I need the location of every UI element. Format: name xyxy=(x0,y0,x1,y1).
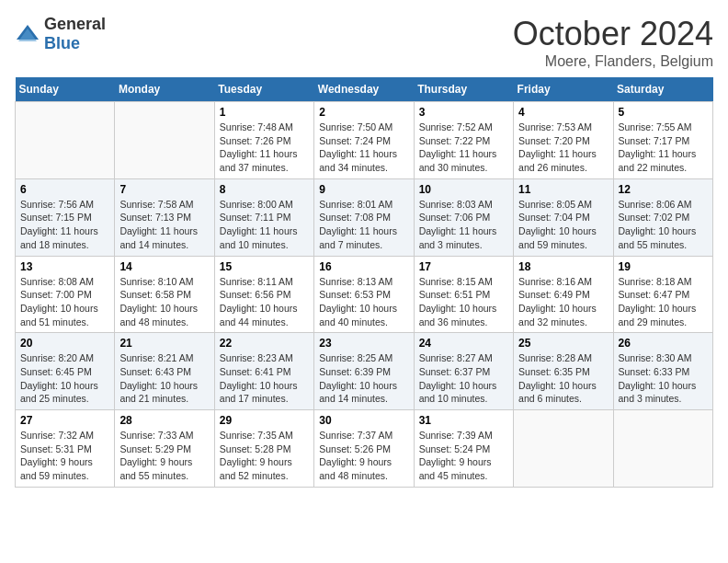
day-number: 11 xyxy=(518,183,608,196)
calendar-cell xyxy=(16,102,115,179)
day-number: 3 xyxy=(419,106,508,119)
calendar-cell: 9Sunrise: 8:01 AM Sunset: 7:08 PM Daylig… xyxy=(314,178,414,256)
day-number: 21 xyxy=(119,337,209,350)
weekday-header: Sunday xyxy=(16,77,115,102)
day-content: Sunrise: 8:11 AM Sunset: 6:56 PM Dayligh… xyxy=(220,275,309,329)
calendar-cell: 20Sunrise: 8:20 AM Sunset: 6:45 PM Dayli… xyxy=(16,333,115,410)
day-number: 8 xyxy=(220,183,309,196)
day-number: 20 xyxy=(20,337,109,350)
calendar-cell xyxy=(514,410,613,488)
calendar-cell xyxy=(613,410,712,488)
logo: General Blue xyxy=(15,15,106,53)
day-content: Sunrise: 7:35 AM Sunset: 5:28 PM Dayligh… xyxy=(220,429,309,483)
day-content: Sunrise: 8:15 AM Sunset: 6:51 PM Dayligh… xyxy=(419,275,508,329)
logo-text: General Blue xyxy=(44,15,106,53)
day-number: 5 xyxy=(619,106,708,119)
calendar-cell: 23Sunrise: 8:25 AM Sunset: 6:39 PM Dayli… xyxy=(314,333,414,410)
day-content: Sunrise: 8:01 AM Sunset: 7:08 PM Dayligh… xyxy=(319,198,408,252)
calendar-cell xyxy=(115,102,214,179)
day-number: 30 xyxy=(319,414,408,427)
calendar-cell: 4Sunrise: 7:53 AM Sunset: 7:20 PM Daylig… xyxy=(514,102,613,179)
calendar-cell: 21Sunrise: 8:21 AM Sunset: 6:43 PM Dayli… xyxy=(115,333,214,410)
day-content: Sunrise: 8:08 AM Sunset: 7:00 PM Dayligh… xyxy=(20,275,109,329)
day-number: 29 xyxy=(220,414,309,427)
day-number: 12 xyxy=(619,183,708,196)
day-number: 1 xyxy=(220,106,309,119)
calendar-cell: 8Sunrise: 8:00 AM Sunset: 7:11 PM Daylig… xyxy=(214,178,313,256)
day-number: 14 xyxy=(119,260,209,273)
calendar-cell: 14Sunrise: 8:10 AM Sunset: 6:58 PM Dayli… xyxy=(115,256,214,333)
day-number: 22 xyxy=(220,337,309,350)
day-content: Sunrise: 7:32 AM Sunset: 5:31 PM Dayligh… xyxy=(20,429,109,483)
day-content: Sunrise: 8:23 AM Sunset: 6:41 PM Dayligh… xyxy=(220,351,309,406)
calendar-cell: 31Sunrise: 7:39 AM Sunset: 5:24 PM Dayli… xyxy=(414,410,513,488)
day-number: 17 xyxy=(419,260,508,273)
day-content: Sunrise: 8:30 AM Sunset: 6:33 PM Dayligh… xyxy=(619,351,708,406)
calendar-cell: 6Sunrise: 7:56 AM Sunset: 7:15 PM Daylig… xyxy=(16,178,115,256)
month-title: October 2024 xyxy=(513,15,713,53)
day-number: 23 xyxy=(319,337,408,350)
day-content: Sunrise: 7:37 AM Sunset: 5:26 PM Dayligh… xyxy=(319,429,408,483)
weekday-header: Saturday xyxy=(613,77,712,102)
day-number: 19 xyxy=(619,260,708,273)
calendar-cell: 24Sunrise: 8:27 AM Sunset: 6:37 PM Dayli… xyxy=(414,333,513,410)
day-content: Sunrise: 7:39 AM Sunset: 5:24 PM Dayligh… xyxy=(419,429,508,483)
day-number: 7 xyxy=(119,183,209,196)
calendar-cell: 22Sunrise: 8:23 AM Sunset: 6:41 PM Dayli… xyxy=(214,333,313,410)
day-content: Sunrise: 7:52 AM Sunset: 7:22 PM Dayligh… xyxy=(419,121,508,175)
day-number: 27 xyxy=(20,414,109,427)
calendar-cell: 3Sunrise: 7:52 AM Sunset: 7:22 PM Daylig… xyxy=(414,102,513,179)
day-content: Sunrise: 8:06 AM Sunset: 7:02 PM Dayligh… xyxy=(619,198,708,252)
day-number: 16 xyxy=(319,260,408,273)
calendar-cell: 26Sunrise: 8:30 AM Sunset: 6:33 PM Dayli… xyxy=(613,333,712,410)
logo-general: General xyxy=(44,15,106,33)
calendar-cell: 12Sunrise: 8:06 AM Sunset: 7:02 PM Dayli… xyxy=(613,178,712,256)
day-number: 6 xyxy=(20,183,109,196)
day-content: Sunrise: 7:55 AM Sunset: 7:17 PM Dayligh… xyxy=(619,121,708,175)
calendar-table: SundayMondayTuesdayWednesdayThursdayFrid… xyxy=(15,77,713,488)
day-number: 9 xyxy=(319,183,408,196)
calendar-week-row: 13Sunrise: 8:08 AM Sunset: 7:00 PM Dayli… xyxy=(16,256,713,333)
calendar-cell: 11Sunrise: 8:05 AM Sunset: 7:04 PM Dayli… xyxy=(514,178,613,256)
calendar-cell: 18Sunrise: 8:16 AM Sunset: 6:49 PM Dayli… xyxy=(514,256,613,333)
day-content: Sunrise: 8:18 AM Sunset: 6:47 PM Dayligh… xyxy=(619,275,708,329)
calendar-week-row: 27Sunrise: 7:32 AM Sunset: 5:31 PM Dayli… xyxy=(16,410,713,488)
day-number: 31 xyxy=(419,414,508,427)
weekday-header: Friday xyxy=(514,77,613,102)
calendar-cell: 16Sunrise: 8:13 AM Sunset: 6:53 PM Dayli… xyxy=(314,256,414,333)
calendar-cell: 30Sunrise: 7:37 AM Sunset: 5:26 PM Dayli… xyxy=(314,410,414,488)
day-content: Sunrise: 7:53 AM Sunset: 7:20 PM Dayligh… xyxy=(518,121,608,175)
day-number: 26 xyxy=(619,337,708,350)
day-number: 18 xyxy=(518,260,608,273)
day-content: Sunrise: 7:48 AM Sunset: 7:26 PM Dayligh… xyxy=(220,121,309,175)
day-content: Sunrise: 8:20 AM Sunset: 6:45 PM Dayligh… xyxy=(20,351,109,406)
page-header: General Blue October 2024 Moere, Flander… xyxy=(15,15,713,70)
day-content: Sunrise: 8:28 AM Sunset: 6:35 PM Dayligh… xyxy=(518,351,608,406)
calendar-cell: 10Sunrise: 8:03 AM Sunset: 7:06 PM Dayli… xyxy=(414,178,513,256)
day-number: 2 xyxy=(319,106,408,119)
day-number: 4 xyxy=(518,106,608,119)
day-number: 28 xyxy=(119,414,209,427)
day-content: Sunrise: 7:33 AM Sunset: 5:29 PM Dayligh… xyxy=(119,429,209,483)
day-content: Sunrise: 8:13 AM Sunset: 6:53 PM Dayligh… xyxy=(319,275,408,329)
calendar-week-row: 1Sunrise: 7:48 AM Sunset: 7:26 PM Daylig… xyxy=(16,102,713,179)
day-number: 13 xyxy=(20,260,109,273)
day-content: Sunrise: 7:56 AM Sunset: 7:15 PM Dayligh… xyxy=(20,198,109,252)
day-content: Sunrise: 8:21 AM Sunset: 6:43 PM Dayligh… xyxy=(119,351,209,406)
calendar-cell: 27Sunrise: 7:32 AM Sunset: 5:31 PM Dayli… xyxy=(16,410,115,488)
weekday-header: Thursday xyxy=(414,77,513,102)
calendar-cell: 19Sunrise: 8:18 AM Sunset: 6:47 PM Dayli… xyxy=(613,256,712,333)
calendar-cell: 1Sunrise: 7:48 AM Sunset: 7:26 PM Daylig… xyxy=(214,102,313,179)
day-number: 15 xyxy=(220,260,309,273)
day-number: 24 xyxy=(419,337,508,350)
weekday-header-row: SundayMondayTuesdayWednesdayThursdayFrid… xyxy=(16,77,713,102)
weekday-header: Monday xyxy=(115,77,214,102)
day-content: Sunrise: 8:05 AM Sunset: 7:04 PM Dayligh… xyxy=(518,198,608,252)
logo-icon xyxy=(15,23,40,45)
day-content: Sunrise: 8:10 AM Sunset: 6:58 PM Dayligh… xyxy=(119,275,209,329)
calendar-cell: 17Sunrise: 8:15 AM Sunset: 6:51 PM Dayli… xyxy=(414,256,513,333)
weekday-header: Tuesday xyxy=(214,77,313,102)
title-area: October 2024 Moere, Flanders, Belgium xyxy=(513,15,713,70)
calendar-cell: 28Sunrise: 7:33 AM Sunset: 5:29 PM Dayli… xyxy=(115,410,214,488)
day-content: Sunrise: 8:00 AM Sunset: 7:11 PM Dayligh… xyxy=(220,198,309,252)
